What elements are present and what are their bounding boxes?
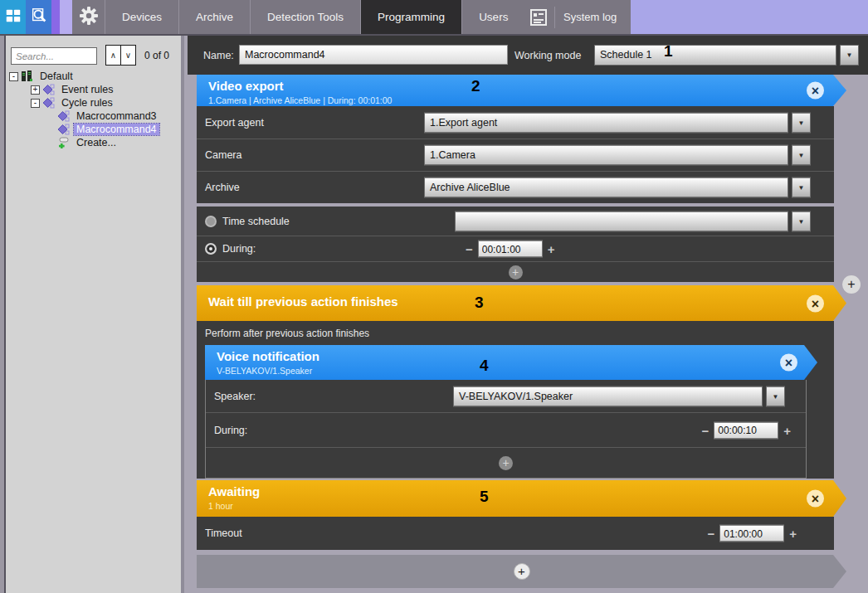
system-log-bar[interactable]: System log [521,0,631,34]
camera-label: Camera [205,149,241,161]
settings-gear-button[interactable] [72,0,105,34]
increase-button[interactable]: + [778,423,796,437]
working-mode-value[interactable]: Schedule 1 [594,45,836,66]
action-subtitle: 1 hour [197,498,846,511]
archive-label: Archive [205,182,240,193]
dropdown-arrow-button[interactable]: ▼ [840,45,859,66]
expand-toggle[interactable]: + [31,85,40,95]
voice-during-stepper: − + [696,421,796,439]
speaker-value[interactable]: V-BELYAKOV/1.Speaker [453,386,763,406]
tree-item-create[interactable]: Create... [9,136,179,149]
speaker-dropdown[interactable]: V-BELYAKOV/1.Speaker ▼ [453,386,785,406]
action-subtitle: 1.Camera | Archive AliceBlue | During: 0… [197,93,846,105]
name-label: Name: [203,50,234,61]
action-header-awaiting: Awaiting 1 hour × [197,480,846,517]
action-header-voice-notification: Voice notification V-BELYAKOV/1.Speaker … [205,345,817,380]
main-tab-bar: Devices Archive Detection Tools Programm… [72,0,597,34]
time-schedule-value[interactable] [455,211,788,231]
dropdown-arrow-button[interactable]: ▼ [766,386,785,406]
tree-item-label: Macrocommand4 [74,124,159,135]
tree-item-label: Event rules [59,84,116,95]
increase-button[interactable]: + [784,527,802,541]
export-agent-label: Export agent [205,117,264,129]
chevron-down-icon: ▼ [798,152,805,159]
search-prev-button[interactable]: ∧ [105,45,121,66]
server-icon [21,70,35,82]
macro-name-input[interactable] [239,45,508,65]
close-wait-button[interactable]: × [807,294,824,312]
voice-during-time-input[interactable] [714,421,778,439]
add-action-button[interactable]: + [514,563,530,580]
collapse-toggle[interactable]: - [31,99,40,108]
during-radio[interactable] [205,243,217,255]
tab-archive[interactable]: Archive [178,0,250,34]
collapse-toggle[interactable]: - [9,72,18,81]
layouts-button[interactable] [0,0,26,34]
add-action-side-button[interactable]: + [842,275,861,294]
dropdown-arrow-button[interactable]: ▼ [792,177,811,198]
action-header-wait: Wait till previous action finishes × [197,285,846,321]
divider [554,7,555,28]
increase-button[interactable]: + [543,242,560,256]
search-next-button[interactable]: ∨ [120,45,136,66]
archive-value[interactable]: Archive AliceBlue [424,177,788,198]
camera-dropdown[interactable]: 1.Camera ▼ [424,145,811,166]
time-schedule-label: Time schedule [222,216,290,227]
annotation-marker-2: 2 [471,77,480,95]
archive-dropdown[interactable]: Archive AliceBlue ▼ [424,177,811,198]
timeout-time-input[interactable] [719,525,784,542]
action-title: Awaiting [197,480,846,498]
wait-note: Perform after previous action finishes [197,321,834,345]
voice-notification-body: Speaker: V-BELYAKOV/1.Speaker ▼ During: … [205,380,807,479]
top-bar: Devices Archive Detection Tools Programm… [0,0,868,36]
working-mode-dropdown[interactable]: Schedule 1 ▼ [594,45,859,66]
chevron-down-icon: ▼ [846,51,853,59]
sidebar: ∧ ∨ 0 of 0 - Default + Event rules - Cyc… [6,36,184,593]
dropdown-arrow-button[interactable]: ▼ [792,211,811,231]
decrease-button[interactable]: − [461,242,478,256]
time-schedule-radio[interactable] [205,216,217,227]
during-label: During: [222,243,256,255]
annotation-marker-5: 5 [480,488,489,506]
close-voice-notification-button[interactable]: × [780,354,797,372]
tab-detection-tools[interactable]: Detection Tools [250,0,360,34]
chevron-down-icon: ▼ [798,184,805,192]
camera-value[interactable]: 1.Camera [424,145,788,166]
macro-header-row: Name: Working mode Schedule 1 ▼ [188,36,868,75]
tab-devices[interactable]: Devices [105,0,178,34]
annotation-marker-4: 4 [480,357,489,375]
search-panel-button[interactable] [26,0,51,34]
application-window: { "colors": { "accent_blue": "#2794f2", … [0,0,868,593]
tab-programming[interactable]: Programming [360,0,461,34]
tree-item-cycle-rules[interactable]: - Cycle rules [9,96,179,109]
dropdown-arrow-button[interactable]: ▼ [792,112,811,133]
tree-item-macrocommand4[interactable]: Macrocommand4 [9,123,179,136]
block-gap [197,479,846,480]
tree-item-event-rules[interactable]: + Event rules [9,83,179,96]
export-agent-dropdown[interactable]: 1.Export agent ▼ [424,112,811,133]
time-schedule-dropdown[interactable]: ▼ [455,211,811,231]
close-video-export-button[interactable]: × [807,82,824,100]
tree-item-label: Default [37,70,76,82]
during-stepper: − + [461,241,560,258]
chevron-down-icon: ▼ [773,392,779,400]
decrease-button[interactable]: − [696,423,714,437]
during-time-input[interactable] [478,241,543,258]
tab-users[interactable]: Users [461,0,524,34]
action-title: Voice notification [205,345,817,363]
add-button[interactable]: + [509,265,523,279]
tree-search-input[interactable] [11,47,97,65]
add-action-row: + [206,447,806,478]
rule-diamond-icon [42,84,56,95]
tree-item-macrocommand3[interactable]: Macrocommand3 [9,109,179,123]
add-button[interactable]: + [499,456,513,470]
decrease-button[interactable]: − [702,527,719,541]
dropdown-arrow-button[interactable]: ▼ [792,145,811,166]
close-awaiting-button[interactable]: × [807,490,824,508]
tree-item-label: Create... [74,137,119,148]
macro-editor-panel: Name: Working mode Schedule 1 ▼ Video ex… [188,36,868,593]
export-agent-value[interactable]: 1.Export agent [424,112,788,133]
tree-item-default[interactable]: - Default [9,70,179,83]
gear-icon [79,6,99,29]
create-plus-icon [57,137,71,148]
